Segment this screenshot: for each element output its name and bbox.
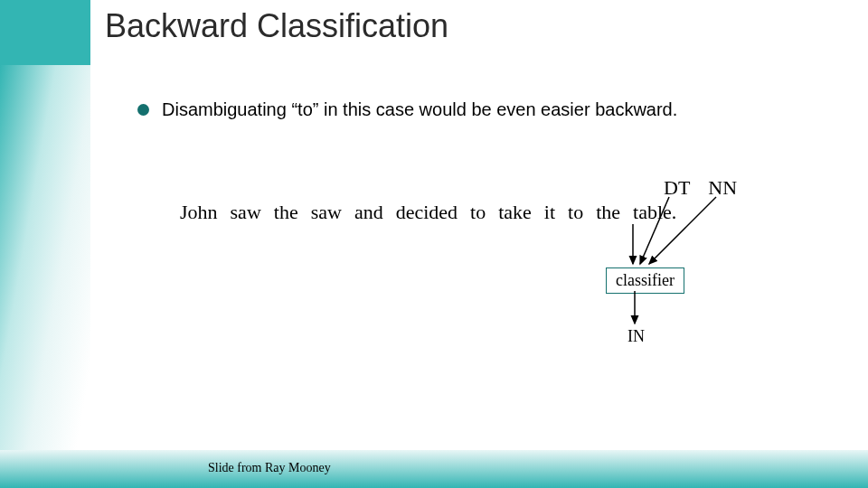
word: and [348,201,390,224]
bg-bottom [0,450,868,488]
word: take [492,201,538,224]
word-to: to [561,201,590,224]
word: saw [224,201,268,224]
word: to [464,201,492,224]
bullet-item: Disambiguating “to” in this case would b… [137,99,677,120]
sentence-row: John saw the saw and decided to take it … [174,201,683,224]
word: the [268,201,305,224]
bullet-icon [137,104,149,116]
bullet-text: Disambiguating “to” in this case would b… [162,99,677,120]
bg-left [0,65,90,461]
word-table: table. [627,201,683,224]
bg-top [0,0,90,65]
word: decided [390,201,464,224]
word: it [538,201,561,224]
output-tag: IN [627,327,645,346]
slide-title: Backward Classification [105,7,448,45]
tag-dt: DT [655,176,699,200]
classifier-box: classifier [606,267,684,294]
pos-tags-row: DT NN [655,176,746,200]
attribution: Slide from Ray Mooney [208,461,331,475]
tag-nn: NN [699,176,746,200]
word: John [174,201,224,224]
word-the: the [590,201,627,224]
arrows-svg [0,0,868,488]
word: saw [305,201,348,224]
